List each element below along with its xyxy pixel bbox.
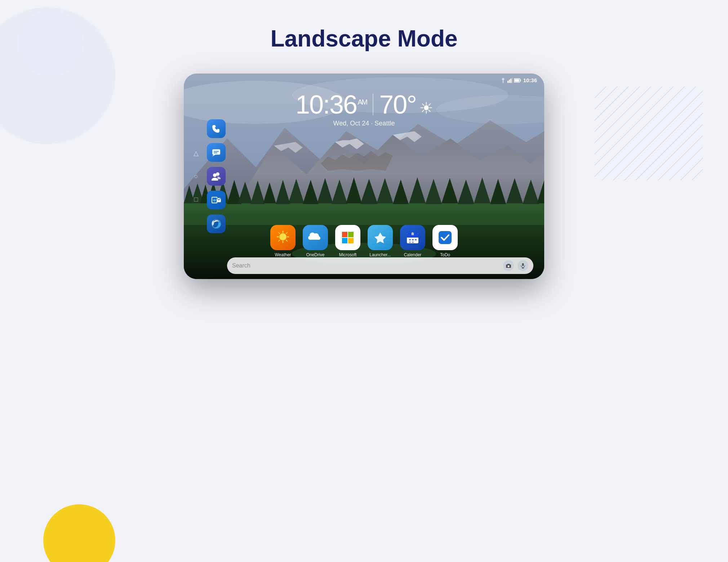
time-weather-divider (373, 94, 373, 115)
phone-app-icon[interactable] (207, 119, 226, 138)
svg-rect-73 (348, 232, 354, 237)
weather-app-label: Weather (275, 252, 291, 257)
launcher-app-label: Launcher... (369, 252, 391, 257)
svg-rect-50 (212, 149, 220, 155)
status-time: 10:36 (523, 77, 537, 83)
search-bar[interactable]: Search (227, 257, 533, 274)
calendar-dock-app[interactable]: ▪ ⊞ Calender (400, 225, 425, 257)
svg-marker-51 (212, 155, 216, 156)
svg-rect-46 (512, 78, 512, 83)
svg-line-70 (286, 233, 287, 234)
launcher-dock-app[interactable]: Launcher... (368, 225, 393, 257)
home-button[interactable]: ○ (190, 170, 203, 183)
svg-rect-75 (348, 238, 354, 243)
calendar-icon[interactable]: ▪ ⊞ (400, 225, 425, 250)
svg-rect-74 (342, 238, 347, 243)
svg-rect-89 (522, 263, 524, 266)
location: Seattle (374, 120, 395, 127)
voice-search-button[interactable] (518, 260, 528, 271)
messages-app-icon[interactable] (207, 143, 226, 162)
svg-text:⊞: ⊞ (411, 232, 414, 236)
weather-icon[interactable] (270, 225, 296, 250)
sun-icon: ☀ (419, 99, 432, 117)
svg-rect-44 (509, 80, 510, 83)
onedrive-app-label: OneDrive (306, 252, 325, 257)
svg-line-68 (279, 233, 280, 234)
svg-rect-79 (407, 236, 418, 238)
svg-text:O: O (213, 199, 216, 202)
svg-rect-43 (507, 81, 509, 83)
calendar-app-label: Calender (404, 252, 422, 257)
edge-app-icon[interactable] (207, 214, 226, 233)
svg-rect-52 (214, 151, 219, 152)
date: Wed, Oct 24 (333, 120, 369, 127)
todo-app-label: ToDo (440, 252, 450, 257)
svg-rect-1 (595, 87, 703, 180)
svg-rect-82 (412, 239, 414, 240)
svg-line-71 (279, 240, 280, 241)
bg-yellow-circle (43, 504, 115, 562)
page-title: Landscape Mode (0, 0, 728, 52)
navigation-sidebar: △ ○ □ (190, 147, 203, 206)
svg-line-69 (286, 240, 287, 241)
clock-time: 10:36AM (296, 92, 367, 118)
svg-rect-72 (342, 232, 347, 237)
microsoft-icon[interactable] (335, 225, 360, 250)
am-pm: AM (358, 98, 367, 106)
svg-rect-85 (412, 242, 414, 243)
microsoft-dock-app[interactable]: Microsoft (335, 225, 360, 257)
signal-icon (507, 78, 512, 83)
back-button[interactable]: △ (190, 147, 203, 160)
svg-marker-76 (374, 233, 386, 243)
svg-rect-84 (409, 242, 411, 243)
svg-rect-87 (439, 231, 452, 244)
bottom-dock: Weather OneDrive (270, 225, 458, 257)
svg-point-88 (508, 265, 510, 267)
svg-rect-45 (510, 79, 511, 83)
date-location: Wed, Oct 24 · Seattle (296, 120, 432, 127)
onedrive-dock-app[interactable]: OneDrive (303, 225, 328, 257)
battery-icon (514, 78, 521, 83)
outlook-app-icon[interactable]: O (207, 191, 226, 209)
microsoft-app-label: Microsoft (339, 252, 357, 257)
status-bar: 10:36 (500, 77, 537, 83)
status-icons (500, 78, 521, 83)
svg-rect-81 (409, 239, 411, 240)
svg-rect-49 (520, 79, 521, 81)
wifi-icon (500, 78, 506, 83)
teams-app-icon[interactable] (207, 167, 226, 186)
launcher-icon[interactable] (368, 225, 393, 250)
diag-lines-top (595, 87, 703, 182)
svg-point-63 (279, 233, 287, 240)
phone-screen: 10:36 10:36AM 70°☀ Wed, Oct 24 · Seattle… (184, 74, 544, 279)
svg-rect-83 (415, 239, 417, 240)
camera-search-button[interactable] (503, 260, 514, 271)
sidebar-app-column: O (207, 119, 226, 233)
svg-rect-48 (514, 79, 519, 81)
onedrive-icon[interactable] (303, 225, 328, 250)
recents-button[interactable]: □ (190, 193, 203, 206)
phone-mockup: 10:36 10:36AM 70°☀ Wed, Oct 24 · Seattle… (184, 74, 544, 279)
todo-dock-app[interactable]: ToDo (432, 225, 458, 257)
temperature: 70°☀ (379, 92, 432, 118)
svg-rect-53 (214, 152, 217, 153)
dot-separator: · (371, 120, 374, 127)
svg-point-42 (502, 82, 503, 83)
time-weather-widget: 10:36AM 70°☀ Wed, Oct 24 · Seattle (296, 92, 432, 127)
svg-point-55 (213, 173, 217, 177)
todo-icon[interactable] (432, 225, 458, 250)
search-action-icons (503, 260, 528, 271)
weather-dock-app[interactable]: Weather (270, 225, 296, 257)
search-placeholder: Search (232, 262, 503, 269)
